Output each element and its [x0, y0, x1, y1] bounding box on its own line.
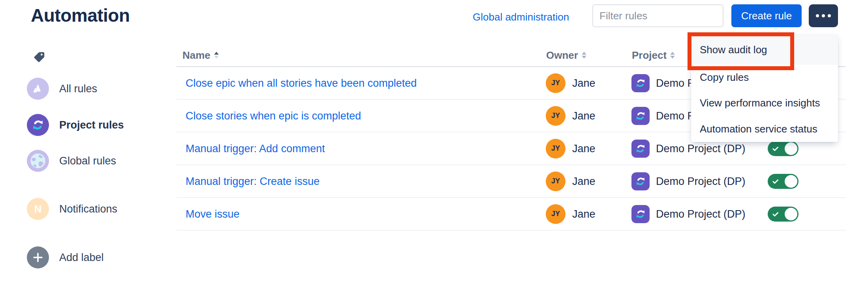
- plus-icon: [27, 246, 49, 268]
- project-icon: [631, 74, 650, 92]
- avatar-initials: JY: [551, 177, 560, 185]
- automation-refresh-icon: [27, 114, 49, 136]
- rule-name-link[interactable]: Move issue: [186, 208, 240, 220]
- more-actions-button[interactable]: [809, 4, 838, 27]
- project-icon: [631, 140, 650, 158]
- owner-name: Jane: [572, 175, 596, 187]
- sort-icon: [670, 52, 675, 59]
- owner-avatar: JY: [546, 139, 566, 158]
- owner-name: Jane: [572, 77, 596, 89]
- column-header-project[interactable]: Project: [632, 49, 675, 62]
- atlassian-mark-icon: [27, 78, 49, 100]
- page-title: Automation: [31, 5, 130, 26]
- menu-item-copy-rules[interactable]: Copy rules: [691, 65, 838, 90]
- toggle-knob: [785, 175, 797, 188]
- rule-enabled-toggle[interactable]: [768, 174, 798, 189]
- rule-name-link[interactable]: Manual trigger: Add comment: [186, 142, 325, 155]
- notifications-avatar: N: [27, 198, 49, 220]
- rule-name-link[interactable]: Manual trigger: Create issue: [186, 175, 319, 187]
- column-header-owner[interactable]: Owner: [546, 49, 586, 62]
- global-administration-link[interactable]: Global administration: [473, 11, 569, 23]
- sidebar-item-global-rules[interactable]: Global rules: [27, 150, 116, 172]
- menu-item-automation-service-status[interactable]: Automation service status: [691, 116, 838, 142]
- globe-icon: [27, 150, 49, 172]
- toggle-knob: [785, 142, 797, 155]
- sidebar-item-all-rules[interactable]: All rules: [27, 78, 97, 100]
- menu-item-view-performance-insights[interactable]: View performance insights: [691, 90, 838, 116]
- owner-avatar: JY: [546, 73, 566, 93]
- project-name: Demo Project (DP): [656, 208, 746, 220]
- owner-name: Jane: [572, 208, 596, 220]
- avatar-initial: N: [34, 203, 42, 215]
- sort-ascending-icon: [214, 52, 219, 59]
- sidebar-item-add-label[interactable]: Add label: [27, 246, 104, 268]
- owner-avatar: JY: [546, 172, 566, 191]
- sidebar-item-project-rules[interactable]: Project rules: [27, 114, 124, 136]
- sidebar-item-label: Global rules: [59, 155, 116, 167]
- sidebar-item-label: Add label: [59, 252, 104, 264]
- column-label: Name: [182, 49, 210, 62]
- owner-avatar: JY: [546, 106, 566, 126]
- sidebar-item-label: Notifications: [59, 203, 117, 215]
- project-icon: [631, 107, 650, 125]
- avatar-initials: JY: [551, 144, 560, 153]
- sidebar-item-label: Project rules: [59, 119, 124, 131]
- rule-enabled-toggle[interactable]: [768, 141, 798, 156]
- toggle-knob: [785, 208, 797, 220]
- avatar-initials: JY: [551, 112, 560, 120]
- avatar-initials: JY: [551, 210, 560, 218]
- avatar-initials: JY: [551, 79, 560, 87]
- sidebar-item-label: All rules: [59, 83, 97, 95]
- project-name: Demo Project (DP): [656, 142, 746, 155]
- table-row: Manual trigger: Create issue JY Jane Dem…: [177, 165, 846, 198]
- automation-admin-page: Automation Global administration Create …: [0, 0, 868, 302]
- ellipsis-icon: [816, 14, 831, 17]
- column-label: Project: [632, 49, 667, 62]
- filter-rules-input[interactable]: [592, 4, 723, 27]
- rule-enabled-toggle[interactable]: [768, 207, 798, 222]
- project-name: Demo Project (DP): [656, 175, 746, 187]
- rule-name-link[interactable]: Close stories when epic is completed: [186, 110, 361, 122]
- owner-name: Jane: [572, 110, 596, 122]
- label-tag-icon: [32, 50, 46, 64]
- owner-avatar: JY: [546, 204, 566, 224]
- more-actions-menu: Show audit log Copy rules View performan…: [691, 35, 838, 142]
- project-icon: [631, 172, 650, 190]
- project-icon: [631, 205, 650, 223]
- table-row: Move issue JY Jane Demo Project (DP): [177, 198, 846, 231]
- menu-item-show-audit-log[interactable]: Show audit log: [691, 35, 838, 65]
- column-header-name[interactable]: Name: [182, 49, 219, 62]
- column-label: Owner: [546, 49, 578, 62]
- owner-name: Jane: [572, 142, 596, 155]
- sidebar-item-notifications[interactable]: N Notifications: [27, 198, 117, 220]
- create-rule-button[interactable]: Create rule: [731, 4, 802, 27]
- sort-icon: [582, 52, 586, 59]
- rule-name-link[interactable]: Close epic when all stories have been co…: [186, 77, 417, 89]
